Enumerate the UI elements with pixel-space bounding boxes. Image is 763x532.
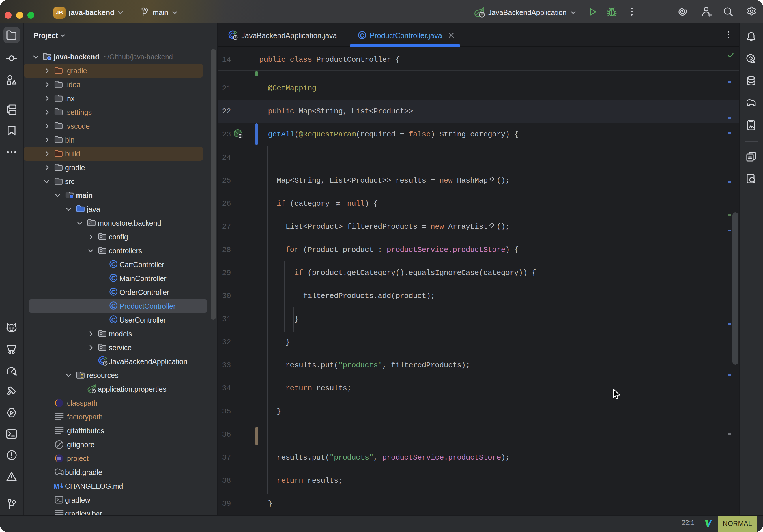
svg-text:M: M	[54, 482, 59, 490]
svg-text:C: C	[111, 261, 115, 267]
svg-text:C: C	[111, 288, 115, 295]
svg-text:C: C	[111, 316, 115, 323]
svg-text:C: C	[360, 32, 364, 39]
svg-text:C: C	[111, 302, 115, 309]
svg-text:C: C	[111, 275, 115, 281]
